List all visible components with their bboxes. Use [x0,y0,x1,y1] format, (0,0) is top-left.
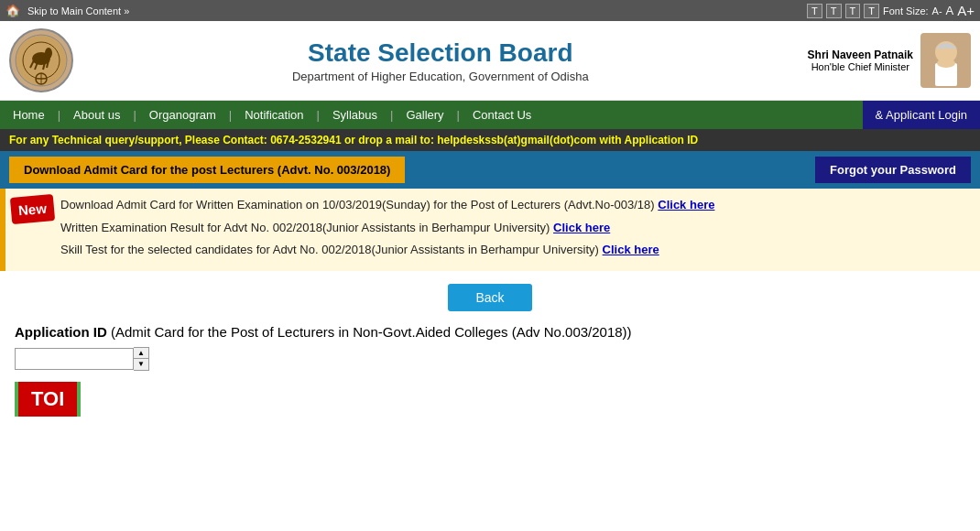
new-badge: New [10,194,55,224]
nav-home[interactable]: Home [0,101,58,129]
font-box-T4[interactable]: T [864,4,879,18]
app-id-rest: (Admit Card for the Post of Lecturers in… [107,324,632,340]
main-nav: Home | About us | Organogram | Notificat… [0,101,980,129]
skip-to-main-link[interactable]: Skip to Main Content » [27,5,129,16]
home-icon: 🏠 [5,4,20,17]
announcement-2-link[interactable]: Click here [553,221,610,234]
minister-name: Shri Naveen Patnaik [808,49,913,61]
main-content: Back Application ID (Admit Card for the … [0,271,980,429]
font-decrease-button[interactable]: A- [932,5,942,16]
announcement-3: Skill Test for the selected candidates f… [60,241,969,259]
header-center: State Selection Board Department of High… [73,38,808,83]
application-id-label: Application ID (Admit Card for the Post … [15,324,965,340]
minister-title: Hon'ble Chief Minister [808,61,913,72]
spinner-up-button[interactable]: ▲ [134,348,148,359]
font-controls: T T T T Font Size: A- A A+ [807,3,975,18]
svg-point-14 [937,59,955,68]
announcement-2: Written Examination Result for Advt No. … [60,219,969,237]
nav-about[interactable]: About us [60,101,133,129]
site-title: State Selection Board [73,38,808,68]
nav-applicant-login[interactable]: & Applicant Login [863,101,980,129]
font-normal-button[interactable]: A [946,4,954,17]
announcements-section: New Download Admit Card for Written Exam… [0,189,980,271]
page-header: State Selection Board Department of High… [0,21,980,101]
svg-point-3 [45,48,52,59]
nav-contact[interactable]: Contact Us [460,101,544,129]
spinner-controls: ▲ ▼ [134,347,149,371]
download-admit-card-button[interactable]: Download Admit Card for the post Lecture… [9,157,405,183]
announcement-2-text: Written Examination Result for Advt No. … [60,221,550,234]
font-box-T3[interactable]: T [845,4,861,18]
font-box-T1[interactable]: T [807,4,822,18]
header-right: Shri Naveen Patnaik Hon'ble Chief Minist… [808,33,971,88]
announcement-3-text: Skill Test for the selected candidates f… [60,243,599,256]
minister-info: Shri Naveen Patnaik Hon'ble Chief Minist… [808,49,913,72]
app-id-bold: Application ID [15,324,107,340]
toi-banner: TOI [15,382,81,417]
minister-photo [920,33,971,88]
top-bar: 🏠 Skip to Main Content » T T T T Font Si… [0,0,980,21]
nav-gallery[interactable]: Gallery [393,101,456,129]
site-subtitle: Department of Higher Education, Governme… [73,70,808,83]
alert-text: For any Technical query/support, Please … [9,134,698,146]
font-increase-button[interactable]: A+ [957,3,975,18]
announcement-1-link[interactable]: Click here [658,198,714,211]
action-bar: Download Admit Card for the post Lecture… [0,151,980,189]
font-size-label: Font Size: [883,5,929,16]
back-button-wrapper: Back [15,284,965,311]
emblem-logo [9,28,73,92]
announcement-1: Download Admit Card for Written Examinat… [60,196,969,214]
nav-syllabus[interactable]: Syllabus [320,101,390,129]
announcement-3-link[interactable]: Click here [603,243,659,256]
back-button[interactable]: Back [448,284,531,311]
application-id-field-wrapper: ▲ ▼ [15,347,965,371]
announcement-1-text: Download Admit Card for Written Examinat… [60,198,655,211]
forgot-password-button[interactable]: Forgot your Password [815,157,971,183]
spinner-down-button[interactable]: ▼ [134,359,148,370]
nav-notification[interactable]: Notification [232,101,316,129]
application-id-input[interactable] [15,348,134,370]
font-box-T2[interactable]: T [826,4,842,18]
nav-organogram[interactable]: Organogram [136,101,229,129]
alert-bar: For any Technical query/support, Please … [0,129,980,151]
